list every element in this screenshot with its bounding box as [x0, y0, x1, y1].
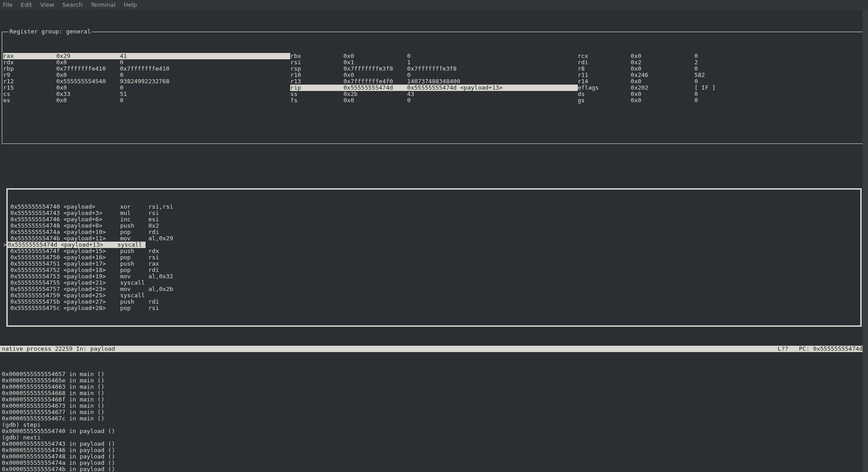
register-rdi: rdi 0x2 2: [578, 59, 865, 66]
menu-edit[interactable]: Edit: [21, 2, 32, 8]
gdb-line: 0x0000555555554668 in main (): [2, 390, 866, 396]
gdb-line: 0x000055555555474a in payload (): [2, 460, 866, 466]
register-rcx: rcx 0x0 0: [578, 53, 865, 59]
asm-line: 0x555555554746 <payload+6> inc esi: [10, 216, 858, 223]
scrollbar-vertical[interactable]: [863, 10, 868, 472]
register-r10: r10 0x0 0: [290, 72, 577, 78]
register-rsp: rsp 0x7fffffffe3f8 0x7fffffffe3f8: [290, 66, 577, 72]
gdb-line: (gdb) stepi: [2, 422, 866, 428]
gdb-line: 0x0000555555554673 in main (): [2, 403, 866, 409]
asm-line: 0x555555554757 <payload+23> mov al,0x2b: [10, 286, 858, 292]
register-r9: r9 0x0 0: [3, 72, 290, 78]
register-rax: rax 0x29 41: [3, 53, 290, 59]
menubar: File Edit View Search Terminal Help: [0, 0, 868, 10]
menu-help[interactable]: Help: [123, 2, 137, 8]
asm-line: 0x55555555474a <payload+10> pop rdi: [10, 229, 858, 235]
gdb-line: 0x000055555555467c in main (): [2, 415, 866, 422]
register-r13: r13 0x7fffffffe4f0 140737488348400: [290, 78, 577, 85]
asm-line: 0x55555555474b <payload+11> mov al,0x29: [10, 235, 858, 242]
asm-line: 0x555555554743 <payload+3> mul rsi: [10, 210, 858, 216]
asm-line: 0x555555554759 <payload+25> syscall: [10, 292, 858, 299]
status-bar: native process 22259 In: payload L?? PC:…: [0, 346, 868, 352]
asm-line: 0x555555554750 <payload+16> pop rsi: [10, 254, 858, 261]
gdb-line: 0x0000555555554743 in payload (): [2, 441, 866, 447]
gdb-line: 0x000055555555465e in main (): [2, 377, 866, 384]
gdb-line: 0x0000555555554657 in main (): [2, 371, 866, 377]
gdb-line: 0x0000555555554663 in main (): [2, 384, 866, 390]
asm-line: 0x555555554753 <payload+19> mov al,0x32: [10, 273, 858, 280]
register-r15: r15 0x0 0: [3, 85, 290, 91]
register-title: Register group: general: [9, 29, 92, 35]
menu-terminal[interactable]: Terminal: [90, 2, 115, 8]
status-left: native process 22259 In: payload: [2, 346, 115, 352]
asm-line: 0x55555555475c <payload+28> pop rsi: [10, 305, 858, 311]
asm-line: 0x555555554751 <payload+17> push rax: [10, 261, 858, 267]
register-eflags: eflags 0x202 [ IF ]: [578, 85, 865, 91]
asm-line: 0x55555555475b <payload+27> push rdi: [10, 299, 858, 305]
asm-line: 0x555555554740 <payload> xor rsi,rsi: [10, 204, 858, 210]
gdb-line: 0x000055555555474b in payload (): [2, 466, 866, 472]
gdb-line: (gdb) nexti: [2, 434, 866, 441]
register-rip: rip 0x55555555474d 0x55555555474d <paylo…: [290, 85, 577, 91]
asm-line: 0x555555554755 <payload+21> syscall: [10, 280, 858, 286]
gdb-line: 0x0000555555554740 in payload (): [2, 428, 866, 434]
asm-panel: 0x555555554740 <payload> xor rsi,rsi0x55…: [6, 188, 862, 327]
menu-view[interactable]: View: [40, 2, 54, 8]
menu-search[interactable]: Search: [62, 2, 83, 8]
gdb-output: 0x0000555555554657 in main ()0x000055555…: [0, 371, 868, 472]
register-r12: r12 0x555555554540 93824992232768: [3, 78, 290, 85]
register-r14: r14 0x0 0: [578, 78, 865, 85]
register-panel: Register group: general rax 0x29 41rdx 0…: [2, 32, 866, 144]
register-rdx: rdx 0x0 0: [3, 59, 290, 66]
register-es: es 0x0 0: [3, 97, 290, 104]
gdb-line: 0x0000555555554746 in payload (): [2, 447, 866, 453]
register-ds: ds 0x0 0: [578, 91, 865, 97]
asm-line: 0x555555554748 <payload+8> push 0x2: [10, 223, 858, 229]
register-r8: r8 0x0 0: [578, 66, 865, 72]
asm-line: >0x55555555474d <payload+13> syscall: [10, 242, 858, 248]
register-rsi: rsi 0x1 1: [290, 59, 577, 66]
menu-file[interactable]: File: [3, 2, 13, 8]
register-gs: gs 0x0 0: [578, 97, 865, 104]
gdb-line: 0x0000555555554748 in payload (): [2, 453, 866, 460]
gdb-line: 0x0000555555554677 in main (): [2, 409, 866, 415]
register-cs: cs 0x33 51: [3, 91, 290, 97]
status-right: L?? PC: 0x55555555474d: [778, 346, 866, 352]
register-rbx: rbx 0x0 0: [290, 53, 577, 59]
register-rbp: rbp 0x7fffffffe410 0x7fffffffe410: [3, 66, 290, 72]
asm-line: 0x555555554752 <payload+18> pop rdi: [10, 267, 858, 273]
terminal[interactable]: Register group: general rax 0x29 41rdx 0…: [0, 10, 868, 472]
gdb-line: 0x000055555555466f in main (): [2, 396, 866, 403]
register-ss: ss 0x2b 43: [290, 91, 577, 97]
register-r11: r11 0x246 582: [578, 72, 865, 78]
asm-line: 0x55555555474f <payload+15> push rdx: [10, 248, 858, 254]
register-fs: fs 0x0 0: [290, 97, 577, 104]
